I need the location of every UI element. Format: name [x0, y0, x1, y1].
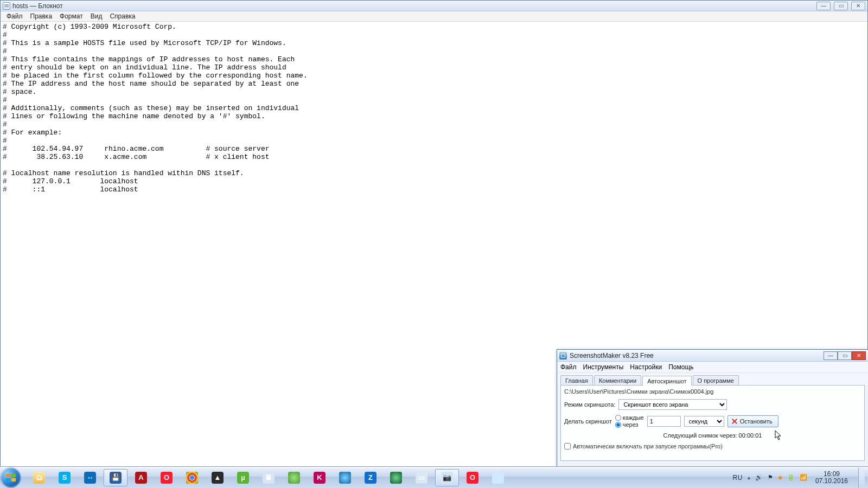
taskbar-item-opera[interactable]: O [155, 469, 178, 486]
taskbar-items: 🗂S↔💾AO▲µ🖩KZ▭📷O [27, 469, 510, 486]
tray-network-icon[interactable]: 📶 [800, 474, 807, 481]
taskbar-item-teamviewer[interactable]: ↔ [78, 469, 102, 486]
taskbar-item-explorer[interactable]: 🗂 [27, 469, 51, 486]
ssm-mode-select[interactable]: Скриншот всего экрана [618, 399, 727, 410]
ssm-titlebar[interactable]: ScreenshotMaker v8.23 Free — ▭ ✕ [557, 350, 868, 362]
aimp-icon: ▲ [212, 472, 224, 484]
ssm-menubar: Файл Инструменты Настройки Помощь [557, 362, 868, 373]
window-icon: ▭ [416, 472, 427, 484]
system-tray: RU ▴ 🔊 ⚑ ◆ 🔋 📶 16:09 07.10.2016 [733, 468, 867, 487]
menu-help[interactable]: Справка [106, 11, 139, 21]
ssm-menu-tools[interactable]: Инструменты [583, 363, 624, 371]
notepad-icon [3, 2, 10, 10]
ssm-stop-button[interactable]: Остановить [727, 415, 778, 427]
ssm-make-label: Делать скриншот [564, 418, 612, 425]
skype-icon: S [59, 472, 71, 484]
menu-edit[interactable]: Правка [27, 11, 56, 21]
taskbar-item-skype[interactable]: S [53, 469, 76, 486]
taskbar-item-circle[interactable] [282, 469, 306, 486]
stop-x-icon [731, 418, 738, 425]
ssm-save-path: C:\Users\User\Pictures\Снимки экрана\Сни… [564, 388, 861, 395]
tray-flag-icon[interactable]: ⚑ [768, 474, 773, 481]
taskbar-item-adobe-reader[interactable]: A [129, 469, 153, 486]
taskbar-item-globe1[interactable] [333, 469, 357, 486]
ssm-app-icon [559, 352, 567, 359]
circle-icon [288, 472, 300, 484]
utorrent-icon: µ [237, 472, 249, 484]
ssm-unit-select[interactable]: секунд [684, 416, 724, 427]
screenshotmaker-window: ScreenshotMaker v8.23 Free — ▭ ✕ Файл Ин… [557, 349, 868, 467]
taskbar-item-app-k[interactable]: K [308, 469, 331, 486]
taskbar-item-aimp[interactable]: ▲ [206, 469, 229, 486]
taskbar-item-utorrent[interactable]: µ [231, 469, 255, 486]
ssm-radio-after[interactable]: через [615, 421, 644, 428]
taskbar-item-window[interactable]: ▭ [410, 469, 433, 486]
zona-icon: Z [365, 472, 376, 484]
opera2-icon: O [467, 472, 478, 484]
tab-autoscreenshot[interactable]: Автоскриншот [642, 376, 691, 386]
menu-file[interactable]: Файл [3, 11, 27, 21]
taskbar-item-screenshotmaker[interactable]: 📷 [435, 469, 459, 486]
tray-chevron-icon[interactable]: ▴ [748, 474, 750, 480]
notepad-icon: 💾 [110, 472, 122, 484]
ssm-menu-settings[interactable]: Настройки [630, 363, 662, 371]
ssm-menu-help[interactable]: Помощь [668, 363, 693, 371]
menu-format[interactable]: Формат [56, 11, 87, 21]
taskbar-item-globe2[interactable] [384, 469, 408, 486]
app-k-icon: K [314, 472, 326, 484]
ssm-autostart-checkbox[interactable]: Автоматически включать при запуске прогр… [564, 443, 861, 450]
ssm-tabs: Главная Комментарии Автоскриншот О прогр… [557, 373, 868, 385]
show-desktop-button[interactable] [858, 468, 865, 487]
explorer-icon: 🗂 [33, 472, 45, 484]
taskbar-item-calculator[interactable]: 🖩 [257, 469, 280, 486]
notepad-menubar: Файл Правка Формат Вид Справка [1, 11, 867, 22]
close-button[interactable]: ✕ [851, 2, 865, 10]
ssm-title: ScreenshotMaker v8.23 Free [570, 352, 654, 359]
blank-app-icon [492, 472, 504, 484]
taskbar-item-chrome[interactable] [180, 469, 204, 486]
tab-about[interactable]: О программе [693, 375, 739, 385]
tab-comments[interactable]: Комментарии [594, 375, 641, 385]
ssm-body: C:\Users\User\Pictures\Снимки экрана\Сни… [560, 385, 865, 461]
menu-view[interactable]: Вид [87, 11, 106, 21]
taskbar-clock[interactable]: 16:09 07.10.2016 [812, 471, 851, 485]
maximize-button[interactable]: ▭ [834, 2, 848, 10]
ssm-maximize-button[interactable]: ▭ [838, 351, 852, 360]
ssm-interval-input[interactable] [647, 416, 681, 427]
tab-main[interactable]: Главная [560, 375, 593, 385]
adobe-reader-icon: A [135, 472, 147, 484]
notepad-titlebar[interactable]: hosts — Блокнот — ▭ ✕ [1, 1, 867, 11]
taskbar-item-blank-app[interactable] [486, 469, 510, 486]
opera-icon: O [161, 472, 173, 484]
tray-shield-icon[interactable]: ◆ [778, 474, 782, 481]
teamviewer-icon: ↔ [84, 472, 96, 484]
taskbar-item-notepad[interactable]: 💾 [104, 469, 127, 486]
ssm-next-countdown: Следующий снимок через: 00:00:01 [564, 432, 861, 439]
ssm-radio-every[interactable]: каждые [615, 414, 644, 421]
globe1-icon [339, 472, 351, 484]
language-indicator[interactable]: RU [733, 474, 743, 481]
screenshotmaker-icon: 📷 [441, 472, 453, 484]
taskbar: 🗂S↔💾AO▲µ🖩KZ▭📷O RU ▴ 🔊 ⚑ ◆ 🔋 📶 16:09 07.1… [0, 466, 868, 488]
globe2-icon [390, 472, 402, 484]
minimize-button[interactable]: — [816, 2, 831, 10]
ssm-minimize-button[interactable]: — [824, 351, 838, 360]
ssm-close-button[interactable]: ✕ [852, 351, 866, 360]
tray-volume-icon[interactable]: 🔊 [755, 474, 763, 481]
calculator-icon: 🖩 [263, 472, 275, 484]
ssm-menu-file[interactable]: Файл [560, 363, 577, 371]
tray-battery-icon[interactable]: 🔋 [787, 474, 795, 481]
chrome-icon [186, 472, 198, 484]
notepad-title: hosts — Блокнот [12, 2, 63, 10]
ssm-mode-label: Режим скриншота: [564, 401, 615, 408]
start-button[interactable] [1, 468, 25, 487]
taskbar-item-zona[interactable]: Z [359, 469, 382, 486]
taskbar-item-opera2[interactable]: O [461, 469, 484, 486]
